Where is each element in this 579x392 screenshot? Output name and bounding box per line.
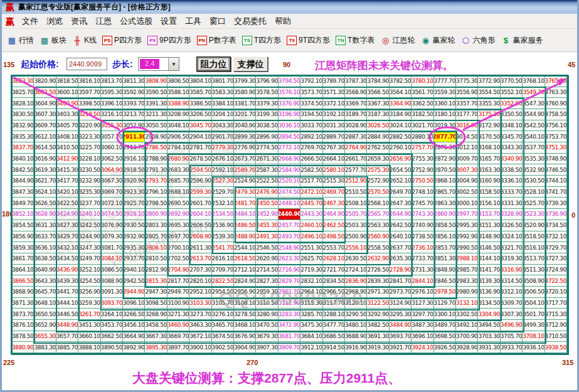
grid-cell: 3712.90: [545, 320, 567, 331]
grid-cell: 2637.70: [390, 242, 412, 253]
grid-cell: 3432.10: [56, 242, 78, 253]
grid-cell: 3537.70: [523, 142, 544, 154]
toolbar-button-T四方形[interactable]: TST四方形: [242, 35, 281, 46]
menu-item-帮助[interactable]: 帮助: [271, 15, 295, 27]
grid-cell: 2721.70: [323, 265, 345, 276]
grid-cell: 2832.10: [300, 275, 322, 287]
grid-cell: 2930.50: [123, 220, 145, 231]
toolbar-button-赢家轮[interactable]: ◉赢家轮: [420, 35, 455, 46]
chevron-down-icon[interactable]: ▼: [168, 58, 179, 70]
grid-cell: 3304.90: [478, 309, 500, 320]
grid-cell: 2505.70: [345, 209, 367, 220]
menu-item-交易委托[interactable]: 交易委托: [230, 15, 270, 27]
toolbar-button-六角形[interactable]: ⬡六角形: [460, 35, 495, 46]
grid-cell: 3864.10: [12, 265, 34, 276]
toolbar-label: 赢家服务: [513, 35, 543, 46]
grid-cell: 3547.30: [523, 98, 544, 109]
grid-cell: 3544.90: [523, 109, 544, 120]
toolbar-button-行情[interactable]: ▦行情: [7, 35, 34, 46]
grid-cell: 3554.50: [478, 87, 500, 98]
menu-item-资讯[interactable]: 资讯: [67, 15, 91, 27]
grid-cell: 3280.90: [256, 309, 278, 320]
toolbar-button-赢家服务[interactable]: $赢家服务: [501, 35, 543, 46]
key-level-summary: 大盘关键位测算：支撑2877点、压力2911点、: [132, 369, 401, 387]
grid-cell: 2920.90: [123, 176, 145, 187]
grid-cell: 3060.10: [101, 142, 123, 154]
grid-cell: 2964.10: [300, 287, 322, 298]
grid-cell: 2445.70: [300, 198, 322, 209]
toolbar-button-江恩轮[interactable]: ◎江恩轮: [380, 35, 415, 46]
grid-cell: 3621.70: [34, 176, 56, 187]
grid-cell: 3739.30: [545, 198, 567, 209]
grid-cell: 3748.90: [545, 154, 567, 165]
grid-cell: 2580.10: [323, 164, 345, 176]
grid-cell: 3576.10: [279, 87, 300, 98]
resistance-button[interactable]: 阻力位: [196, 56, 231, 72]
grid-cell: 3585.70: [189, 87, 211, 98]
grid-cell: 3828.10: [12, 98, 34, 109]
menu-item-文件[interactable]: 文件: [18, 15, 42, 27]
grid-cell: 2882.50: [390, 131, 412, 142]
grid-cell: 3657.70: [56, 331, 78, 342]
grid-cell: 3237.70: [78, 198, 100, 209]
toolbar-button-9P四方形[interactable]: P99P四方形: [147, 35, 191, 46]
toolbar-button-板块[interactable]: ▩板块: [40, 35, 66, 46]
grid-cell: 3868.90: [12, 287, 34, 298]
toolbar-button-P四方形[interactable]: PSP四方形: [102, 35, 142, 46]
grid-cell: 3900.10: [189, 342, 211, 353]
grid-cell: 2762.50: [367, 142, 389, 154]
menu-item-窗口[interactable]: 窗口: [206, 15, 230, 27]
menu-item-江恩[interactable]: 江恩: [92, 15, 115, 27]
grid-cell: 3268.90: [145, 309, 167, 320]
winner-wheel-icon: ◉: [420, 36, 430, 45]
grid-cell: 2719.30: [300, 265, 322, 276]
grid-cell: 3168.10: [478, 142, 500, 154]
grid-cell: 3312.10: [501, 287, 523, 298]
grid-cell: 3285.70: [300, 309, 322, 320]
toolbar-button-P数字表[interactable]: PNP数字表: [197, 35, 236, 46]
grid-cell: 3002.50: [456, 187, 478, 198]
grid-cell: 2565.70: [367, 209, 389, 220]
grid-cell: 3379.30: [256, 98, 278, 109]
step-select[interactable]: 2.4 ▼: [138, 57, 179, 71]
grid-cell: 2692.90: [167, 209, 189, 220]
grid-cell: 2522.50: [256, 176, 278, 187]
grid-cell: 2971.30: [367, 287, 389, 298]
grid-cell: 3816.10: [78, 76, 100, 87]
grid-cell: 3907.30: [256, 342, 278, 353]
toolbar-button-K线[interactable]: ╫K线: [72, 35, 97, 46]
grid-cell: 3700.90: [456, 331, 478, 342]
grid-cell: 2532.10: [212, 198, 234, 209]
grid-cell: 2959.30: [256, 287, 278, 298]
grid-cell: 2700.10: [167, 242, 189, 253]
grid-cell: 3045.70: [189, 120, 211, 132]
start-price-input[interactable]: [66, 58, 107, 70]
grid-cell: 3801.70: [212, 76, 234, 87]
grid-cell: 3403.30: [56, 109, 78, 120]
grid-cell: 2448.10: [279, 198, 300, 209]
toolbar-button-T数字表[interactable]: TNT数字表: [336, 35, 374, 46]
menu-item-工具[interactable]: 工具: [181, 15, 205, 27]
grid-cell: 2803.30: [145, 220, 167, 231]
support-button[interactable]: 支撑位: [233, 56, 268, 72]
grid-cell: 2868.10: [434, 176, 456, 187]
grid-cell: 3727.30: [545, 253, 567, 265]
grid-cell: 2493.70: [279, 231, 300, 243]
grid-cell: 2517.70: [300, 176, 322, 187]
grid-cell: 3758.50: [545, 109, 567, 120]
grid-cell: 3873.70: [12, 309, 34, 320]
toolbar-button-9T四方形[interactable]: T99T四方形: [287, 35, 330, 46]
grid-cell: 3904.90: [234, 342, 256, 353]
menu-item-浏览[interactable]: 浏览: [43, 15, 66, 27]
grid-cell: 3470.50: [256, 320, 278, 331]
menu-item-设置[interactable]: 设置: [157, 15, 181, 27]
grid-cell: 3669.70: [167, 331, 189, 342]
grid-cell: 3672.10: [189, 331, 211, 342]
grid-cell: 3705.70: [501, 331, 523, 342]
menu-item-公式选股[interactable]: 公式选股: [116, 15, 156, 27]
grid-cell: 3859.30: [12, 242, 34, 253]
grid-cell: 3057.70: [101, 131, 123, 142]
grid-cell: 2589.70: [234, 164, 256, 176]
grid-cell: 2452.90: [256, 209, 278, 220]
grid-cell: 2683.30: [167, 164, 189, 176]
